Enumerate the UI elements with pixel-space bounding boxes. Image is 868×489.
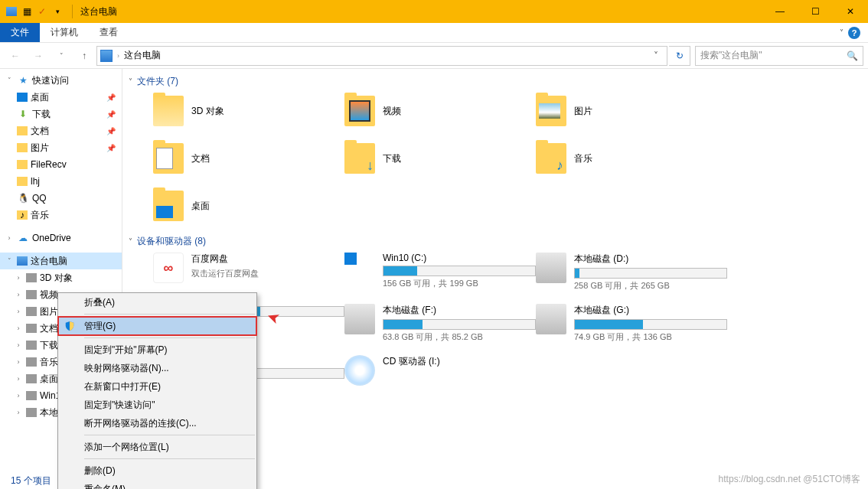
watermark: https://blog.csdn.net @51CTO博客 [719,473,860,486]
folder-label: 下载 [383,152,401,165]
drive-item[interactable]: Win10 (C:)156 GB 可用，共 199 GB [344,253,536,292]
folder-item[interactable]: 视频 [344,93,536,129]
twisty-icon[interactable]: › [14,324,23,332]
sidebar-item-label: 3D 对象 [40,272,73,285]
search-input[interactable]: 搜索"这台电脑" 🔍 [695,46,863,66]
chevron-down-icon[interactable]: ˅ [129,77,132,86]
tab-computer[interactable]: 计算机 [40,23,89,42]
nav-forward-button[interactable]: → [28,45,49,67]
twisty-icon[interactable]: › [14,392,23,399]
drive-item[interactable]: 本地磁盘 (G:)74.9 GB 可用，共 136 GB [536,304,727,343]
context-menu-item[interactable]: 固定到"快速访问" [58,396,256,414]
context-menu-item[interactable]: 管理(G) [58,317,256,335]
context-menu-item[interactable]: 添加一个网络位置(L) [58,438,256,456]
context-menu-item[interactable]: 在新窗口中打开(E) [58,377,256,396]
pin-icon: 📌 [106,127,116,135]
nav-recent-button[interactable]: ˅ [51,45,72,67]
drive-title: 本地磁盘 (G:) [574,304,727,317]
drive-item[interactable]: 本地磁盘 (F:)63.8 GB 可用，共 85.2 GB [344,304,536,343]
sidebar-item-label: 快速访问 [32,74,69,87]
nav-up-button[interactable]: ↑ [73,45,95,67]
search-icon[interactable]: 🔍 [847,51,858,61]
sidebar-item[interactable]: 🐧QQ [0,190,122,207]
sidebar-item[interactable]: 文档📌 [0,122,122,139]
close-button[interactable]: ✕ [833,0,868,23]
sidebar-item-label: 音乐 [40,356,58,369]
drive-icon [344,253,375,283]
folder-item[interactable]: 下载 [344,140,536,177]
twisty-icon[interactable]: › [14,341,23,349]
sidebar-item[interactable]: lhj [0,173,122,190]
qa-properties-icon[interactable]: ▦ [20,5,34,18]
minimize-button[interactable]: — [762,0,798,23]
twisty-icon[interactable]: ˅ [5,257,14,265]
sidebar-item-label: 文档 [31,125,49,138]
drive-title: 本地磁盘 (F:) [383,304,536,317]
refresh-button[interactable]: ↻ [669,46,690,66]
drive-title: Win10 (C:) [383,253,536,263]
context-menu-item[interactable]: 删除(D) [58,461,256,480]
twisty-icon[interactable]: › [14,358,23,366]
context-menu-item[interactable]: 折叠(A) [58,293,256,311]
drive-icon [344,304,375,334]
sidebar-item[interactable]: ›3D 对象 [0,269,122,286]
tab-file[interactable]: 文件 [0,23,40,42]
menu-item-label: 折叠(A) [84,296,115,309]
chevron-down-icon[interactable]: ˅ [129,237,132,246]
ribbon-collapse-icon[interactable]: ˅ [840,28,844,37]
sidebar-quick-access[interactable]: ˅ ★ 快速访问 [0,72,122,89]
folder-label: 3D 对象 [191,105,224,118]
twisty-icon[interactable]: › [14,308,23,315]
twisty-icon[interactable]: › [14,274,23,282]
section-folders[interactable]: ˅ 文件夹 (7) [122,75,868,88]
drive-title: CD 驱动器 (I:) [383,355,536,368]
sidebar-item[interactable]: 图片📌 [0,139,122,156]
twisty-icon[interactable]: › [14,409,23,416]
sidebar-item[interactable]: FileRecv [0,156,122,173]
tab-view[interactable]: 查看 [89,23,129,42]
twisty-icon[interactable]: › [14,291,23,298]
section-devices[interactable]: ˅ 设备和驱动器 (8) [122,235,868,248]
menu-item-label: 重命名(M) [84,483,126,490]
folder-item[interactable]: 桌面 [153,187,344,224]
sidebar-onedrive[interactable]: › ☁ OneDrive [0,230,122,246]
twisty-icon[interactable]: ˅ [5,77,14,84]
drive-icon [26,324,37,333]
folder-item[interactable]: 3D 对象 [153,93,344,129]
sidebar-this-pc[interactable]: ˅ 这台电脑 [0,253,122,269]
help-icon[interactable]: ? [848,27,860,39]
menu-separator [84,314,255,315]
drive-icon [26,374,37,383]
drive-item[interactable]: ∞百度网盘双击运行百度网盘 [153,253,344,292]
qa-dropdown-icon[interactable]: ▾ [51,5,64,18]
breadcrumb[interactable]: › 这台电脑 ˅ [96,46,667,66]
drive-subtitle: 双击运行百度网盘 [191,268,344,279]
context-menu-item[interactable]: 断开网络驱动器的连接(C)... [58,414,256,432]
sidebar-item[interactable]: ♪音乐 [0,207,122,223]
sidebar-item[interactable]: 桌面📌 [0,89,122,106]
folder-icon [153,191,184,221]
address-bar: ← → ˅ ↑ › 这台电脑 ˅ ↻ 搜索"这台电脑" 🔍 [0,43,868,69]
qa-check-icon[interactable]: ✓ [35,5,49,18]
sidebar-item-label: OneDrive [32,233,71,243]
drive-item[interactable]: CD 驱动器 (I:) [344,355,536,392]
twisty-icon[interactable]: › [5,234,14,242]
breadcrumb-dropdown-icon[interactable]: ˅ [648,51,664,61]
context-menu-item[interactable]: 重命名(M) [58,480,256,489]
pin-icon: 📌 [106,144,116,152]
sidebar-item-label: 音乐 [31,209,49,222]
sidebar-item[interactable]: ⬇下载📌 [0,106,122,122]
nav-back-button[interactable]: ← [5,45,26,67]
drive-item[interactable]: 本地磁盘 (D:)258 GB 可用，共 265 GB [536,253,727,292]
breadcrumb-label[interactable]: 这台电脑 [124,49,161,62]
folder-item[interactable]: 文档 [153,140,344,177]
twisty-icon[interactable]: › [14,375,23,383]
folder-item[interactable]: 音乐 [536,140,727,177]
search-placeholder: 搜索"这台电脑" [700,49,762,62]
context-menu-item[interactable]: 映射网络驱动器(N)... [58,359,256,377]
capacity-bar [574,319,727,330]
folder-item[interactable]: 图片 [536,93,727,129]
context-menu-item[interactable]: 固定到"开始"屏幕(P) [58,341,256,359]
maximize-button[interactable]: ☐ [798,0,833,23]
drive-icon [26,307,37,316]
